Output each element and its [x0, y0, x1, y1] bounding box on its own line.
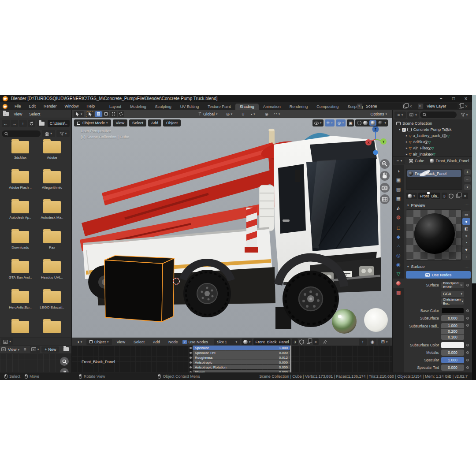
expand-icon[interactable]: ▸ — [406, 140, 408, 144]
vp-menu-add[interactable]: Add — [148, 119, 161, 126]
snap-target-dropdown[interactable]: ▪ — [249, 111, 257, 117]
up-icon[interactable]: ↑ — [19, 120, 27, 127]
tab-animation[interactable]: Animation — [259, 104, 285, 110]
breadcrumb-object[interactable]: Cube — [415, 159, 424, 163]
use-nodes-button[interactable]: Use Nodes — [406, 271, 471, 279]
shader-type-dropdown[interactable]: Object — [86, 339, 112, 345]
folder-item[interactable] — [4, 319, 36, 338]
tab-particles-icon[interactable]: ∴ — [393, 242, 404, 251]
socket-icon[interactable] — [190, 361, 192, 364]
forward-icon[interactable]: → — [11, 120, 19, 127]
tab-uv-editing[interactable]: UV Editing — [176, 104, 204, 110]
xray-toggle-icon[interactable]: ▣ — [347, 119, 354, 126]
base-color-swatch[interactable] — [441, 308, 464, 314]
tab-scene-icon[interactable]: ◭ — [393, 203, 404, 212]
material-shading-icon[interactable] — [369, 120, 376, 126]
menu-render[interactable]: Render — [40, 102, 61, 110]
folder-item[interactable]: Headus UVL.. — [36, 259, 68, 286]
parent-node-tree-icon[interactable]: ↑ — [359, 338, 367, 346]
eye-icon[interactable] — [428, 153, 433, 156]
material-slot-list[interactable]: Front_Black_Panel — [406, 169, 462, 190]
folder-item[interactable]: Allegorithmic — [36, 169, 68, 196]
preview-fluid-button[interactable]: ◦ — [462, 253, 470, 260]
material-users-count[interactable]: 3 — [292, 338, 298, 345]
socket-icon[interactable] — [466, 317, 469, 320]
specular-tint-value[interactable]: 0.000 — [441, 364, 464, 371]
tab-compositing[interactable]: Compositing — [312, 104, 343, 110]
tab-shading[interactable]: Shading — [235, 104, 259, 110]
subsurface-color-swatch[interactable] — [441, 342, 464, 348]
pin-icon[interactable] — [323, 340, 327, 344]
folder-item[interactable]: 3dsMax — [4, 139, 36, 166]
refresh-icon[interactable] — [28, 120, 36, 127]
copy-material-icon[interactable] — [456, 194, 460, 198]
gizmos-toggle-icon[interactable]: ✛ — [325, 119, 335, 126]
shader-editor-type-icon[interactable]: ◑ — [74, 338, 85, 346]
tab-rendering[interactable]: Rendering — [285, 104, 312, 110]
new-folder-icon[interactable] — [37, 120, 45, 127]
select-mode-tweak[interactable] — [95, 111, 102, 117]
close-button[interactable] — [460, 95, 472, 102]
outliner-collection-row[interactable]: ▾ Concrete Pump Truck — [393, 126, 452, 133]
tab-layout[interactable]: Layout — [105, 104, 126, 110]
tab-sculpting[interactable]: Sculpting — [151, 104, 176, 110]
minimize-button[interactable] — [435, 95, 447, 102]
open-image-icon[interactable] — [63, 347, 69, 351]
preview-flat-button[interactable]: ▭ — [462, 211, 470, 218]
tab-world-icon[interactable]: ◍ — [393, 212, 404, 222]
distribution-dropdown[interactable]: GGX▾ — [441, 291, 464, 297]
select-mode-box[interactable] — [103, 111, 109, 117]
tab-physics-icon[interactable]: ◎ — [393, 251, 404, 260]
socket-icon[interactable] — [466, 344, 469, 346]
outliner-object-row[interactable]: ▸▽ Air_Filter▽ — [393, 145, 434, 151]
menu-edit[interactable]: Edit — [25, 102, 40, 110]
eye-icon[interactable] — [443, 134, 447, 138]
socket-icon[interactable] — [190, 357, 192, 359]
remove-scene-icon[interactable]: × — [408, 104, 413, 109]
ssr-value-2[interactable]: 0.100 — [441, 335, 464, 340]
expand-icon[interactable]: ▸ — [406, 152, 408, 156]
vp-menu-view[interactable]: View — [113, 119, 127, 126]
proportional-editing-icon[interactable]: ◉ — [263, 111, 270, 117]
preview-monkey-button[interactable]: ◔ — [462, 239, 470, 246]
fake-user-shield-icon[interactable] — [299, 339, 304, 345]
new-scene-icon[interactable] — [403, 104, 407, 108]
slot-specials-button[interactable]: ▾ — [464, 184, 471, 190]
remove-view-layer-icon[interactable]: × — [464, 104, 469, 109]
pivot-point-dropdown[interactable]: ◎ — [224, 111, 234, 117]
hamburger-menu-icon[interactable]: ≡ — [22, 346, 29, 353]
pan-hand-icon[interactable] — [60, 368, 69, 372]
tab-constraints-icon[interactable]: ◉ — [393, 260, 404, 269]
tab-object-data-icon[interactable]: ▽ — [393, 269, 404, 279]
fb-menu-view[interactable]: View — [10, 112, 26, 116]
se-menu-view[interactable]: View — [113, 340, 129, 344]
browse-material-icon[interactable] — [406, 193, 417, 199]
back-icon[interactable]: ← — [2, 120, 10, 127]
socket-icon[interactable] — [466, 284, 469, 286]
zoom-icon[interactable] — [60, 357, 69, 366]
vp-menu-select[interactable]: Select — [129, 119, 146, 126]
subsurface-method-dropdown[interactable]: Christensen-Bur..▾ — [441, 298, 464, 305]
active-tool-dropdown[interactable] — [74, 111, 84, 117]
preview-panel-header[interactable]: Preview:::: — [404, 202, 472, 208]
specular-value[interactable]: 1.000 — [441, 357, 464, 363]
scene-name-field[interactable]: Scene — [363, 103, 402, 109]
tab-modeling[interactable]: Modeling — [126, 104, 151, 110]
expand-icon[interactable]: ▾ — [399, 128, 401, 131]
vp-menu-object[interactable]: Object — [163, 119, 181, 126]
tab-texture-icon[interactable]: ▩ — [393, 288, 404, 297]
eye-icon[interactable] — [427, 147, 431, 150]
transform-orientation-dropdown[interactable]: Global — [196, 111, 219, 117]
tab-texture-paint[interactable]: Texture Paint — [203, 104, 235, 110]
shader-node-canvas[interactable]: Front_Black_Panel Specular1.000 Specular… — [72, 346, 392, 373]
shading-dropdown-icon[interactable]: ▾ — [384, 121, 386, 125]
new-image-button[interactable]: + New — [41, 346, 59, 353]
se-menu-select[interactable]: Select — [130, 340, 148, 344]
se-menu-add[interactable]: Add — [149, 340, 164, 344]
browse-image-icon[interactable] — [30, 346, 40, 353]
filter-icon[interactable] — [56, 130, 70, 137]
socket-icon[interactable] — [466, 359, 469, 361]
folder-item[interactable]: Downloads — [4, 229, 36, 256]
image-editor-canvas[interactable] — [0, 353, 71, 372]
folder-item[interactable]: Autodesk Ma.. — [36, 199, 68, 226]
